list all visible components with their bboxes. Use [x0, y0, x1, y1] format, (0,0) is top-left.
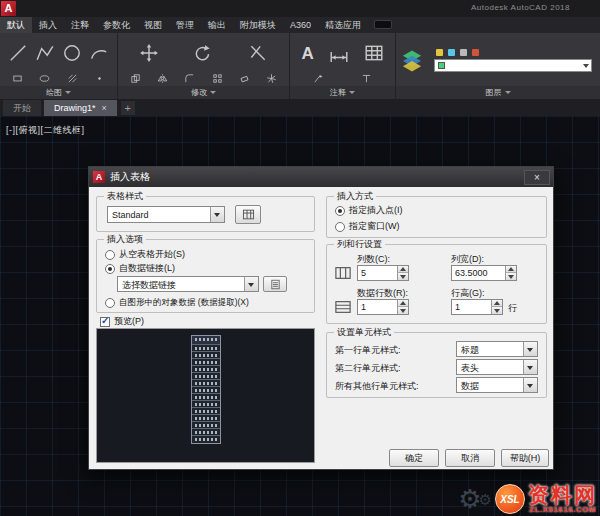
panel-label-modify[interactable]: 修改 [118, 86, 289, 99]
columns-spinner[interactable]: 5 [357, 265, 409, 281]
viewport-controls[interactable]: [-][俯视][二维线框] [6, 124, 85, 137]
from-empty-radio[interactable] [105, 250, 115, 260]
trim-icon[interactable] [248, 43, 268, 63]
text-tool-icon[interactable]: A [301, 45, 313, 62]
ribbon-tab-a360[interactable]: A360 [283, 17, 318, 33]
mtext-icon[interactable] [361, 73, 372, 84]
ribbon-overflow-button[interactable] [374, 20, 392, 29]
rectangle-icon[interactable] [12, 73, 23, 84]
chevron-down-icon[interactable] [523, 342, 537, 356]
layer-color-icon[interactable] [472, 49, 479, 56]
panel-label-text: 注释 [330, 87, 346, 98]
table-icon[interactable] [364, 43, 384, 63]
other-rows-style-label: 所有其他行单元样式: [335, 380, 419, 393]
hatch-icon[interactable] [67, 73, 78, 84]
col-width-value: 63.5000 [455, 267, 488, 280]
chevron-down-icon [349, 91, 355, 97]
spinner-down-icon[interactable] [397, 273, 408, 280]
ribbon-tab-parametric[interactable]: 参数化 [96, 17, 137, 33]
ellipse-icon[interactable] [39, 73, 50, 84]
from-object-data-radio[interactable] [105, 298, 115, 308]
chevron-down-icon[interactable] [523, 378, 537, 392]
ribbon-tab-home[interactable]: 默认 [0, 17, 32, 33]
circle-icon[interactable] [62, 43, 82, 63]
specify-point-radio[interactable] [335, 206, 345, 216]
tab-drawing1-label: Drawing1* [54, 100, 96, 116]
erase-icon[interactable] [239, 73, 250, 84]
chevron-down-icon[interactable] [244, 277, 258, 291]
ribbon-tab-view[interactable]: 视图 [137, 17, 169, 33]
data-rows-spinner[interactable]: 1 [357, 299, 409, 315]
spinner-up-icon[interactable] [397, 300, 408, 307]
layer-properties-icon[interactable] [400, 48, 424, 74]
autocad-logo-icon[interactable]: A [1, 1, 16, 16]
cancel-button[interactable]: 取消 [445, 449, 495, 467]
preview-table [191, 335, 221, 444]
point-icon[interactable] [94, 73, 105, 84]
table-style-select[interactable]: Standard [107, 206, 225, 223]
move-icon[interactable] [139, 43, 159, 63]
chevron-down-icon[interactable] [210, 207, 224, 222]
data-link-value: 选择数据链接 [122, 278, 176, 292]
from-data-link-radio[interactable] [105, 264, 115, 274]
specify-window-radio[interactable] [335, 222, 345, 232]
second-row-style-label: 第二行单元样式: [335, 362, 401, 375]
spinner-down-icon[interactable] [397, 307, 408, 314]
layer-freeze-icon[interactable] [448, 49, 455, 56]
tab-start[interactable]: 开始 [3, 100, 41, 116]
row-height-spinner[interactable]: 1 [451, 299, 503, 315]
watermark-logo: XSL [495, 484, 525, 514]
launch-table-style-dialog-button[interactable] [235, 205, 261, 224]
preview-checkbox[interactable] [100, 317, 110, 327]
data-link-select[interactable]: 选择数据链接 [117, 276, 259, 292]
tab-close-icon[interactable]: × [102, 100, 107, 116]
preview-table-row [192, 415, 220, 422]
spinner-up-icon[interactable] [491, 300, 502, 307]
specify-point-label: 指定插入点(I) [349, 204, 403, 217]
app-title: Autodesk AutoCAD 2018 [471, 3, 570, 12]
col-width-spinner[interactable]: 63.5000 [451, 265, 517, 281]
data-link-manager-button[interactable] [263, 276, 287, 292]
layer-lock-icon[interactable] [460, 49, 467, 56]
arc-icon[interactable] [89, 43, 109, 63]
dimension-icon[interactable] [329, 43, 349, 63]
layer-on-icon[interactable] [436, 49, 443, 56]
dialog-close-icon[interactable]: × [524, 170, 550, 185]
ribbon-tab-manage[interactable]: 管理 [169, 17, 201, 33]
spinner-up-icon[interactable] [505, 266, 516, 273]
copy-icon[interactable] [130, 73, 141, 84]
second-row-style-value: 表头 [461, 361, 479, 375]
explode-icon[interactable] [266, 73, 277, 84]
spinner-down-icon[interactable] [491, 307, 502, 314]
tab-drawing1[interactable]: Drawing1* × [44, 100, 117, 116]
ribbon-tab-output[interactable]: 输出 [201, 17, 233, 33]
dialog-title-bar[interactable]: A 插入表格 × [89, 167, 553, 187]
chevron-down-icon[interactable] [523, 360, 537, 374]
polyline-icon[interactable] [35, 43, 55, 63]
first-row-style-select[interactable]: 标题 [456, 341, 538, 357]
layer-select[interactable] [434, 59, 592, 72]
spinner-down-icon[interactable] [505, 273, 516, 280]
line-icon[interactable] [8, 43, 28, 63]
panel-label-draw[interactable]: 绘图 [0, 86, 117, 99]
other-rows-style-select[interactable]: 数据 [456, 377, 538, 393]
array-icon[interactable] [212, 73, 223, 84]
help-button[interactable]: 帮助(H) [501, 449, 549, 467]
leader-icon[interactable] [313, 73, 324, 84]
ribbon-tab-annotate[interactable]: 注释 [64, 17, 96, 33]
ribbon-tab-featured-apps[interactable]: 精选应用 [318, 17, 368, 33]
dialog-title: 插入表格 [110, 170, 150, 184]
new-drawing-tab-button[interactable]: + [121, 101, 135, 115]
fillet-icon[interactable] [184, 73, 195, 84]
panel-label-layers[interactable]: 图层 [396, 86, 600, 99]
dialog-body: 表格样式 Standard 插入选项 从空表格开始(S) 自数据链接(L) [89, 187, 553, 469]
mirror-icon[interactable] [157, 73, 168, 84]
rotate-icon[interactable] [193, 43, 213, 63]
second-row-style-select[interactable]: 表头 [456, 359, 538, 375]
ok-button[interactable]: 确定 [389, 449, 439, 467]
ribbon-tab-insert[interactable]: 插入 [32, 17, 64, 33]
other-rows-style-value: 数据 [461, 379, 479, 393]
panel-label-annotate[interactable]: 注释 [290, 86, 395, 99]
ribbon-tab-addins[interactable]: 附加模块 [233, 17, 283, 33]
spinner-up-icon[interactable] [397, 266, 408, 273]
